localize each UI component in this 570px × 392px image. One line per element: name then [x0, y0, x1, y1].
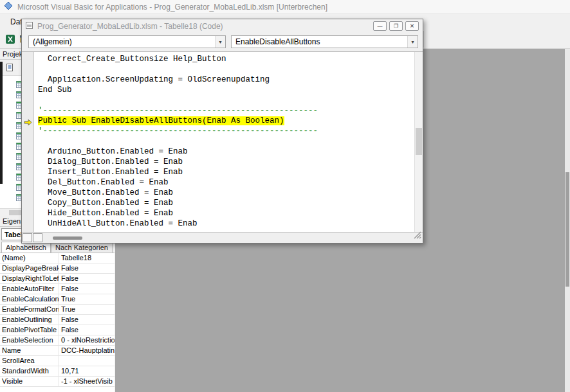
- main-vertical-scrollbar-thumb[interactable]: [565, 172, 569, 287]
- property-row[interactable]: (Name)Tabelle18: [0, 253, 115, 263]
- code-line-current-statement: Public Sub EnableDisableAllButtons(Enab …: [38, 116, 414, 126]
- code-editor[interactable]: Correct_Create_Buttonsize Help_Button Ap…: [35, 52, 414, 232]
- property-row[interactable]: EnableAutoFilterFalse: [0, 284, 115, 294]
- app-icon: [4, 1, 13, 13]
- code-line: Correct_Create_Buttonsize Help_Button: [38, 54, 414, 64]
- restore-icon[interactable]: ❐: [389, 21, 403, 31]
- procedure-dropdown[interactable]: EnableDisableAllButtons ▾: [231, 35, 418, 48]
- code-line: Copy_Button.Enabled = Enab: [38, 198, 414, 208]
- view-code-icon[interactable]: [3, 61, 16, 73]
- chevron-down-icon[interactable]: ▾: [407, 36, 418, 48]
- code-line-comment: '---------------------------------------…: [38, 126, 414, 136]
- code-window-selector-bar: (Allgemein) ▾ EnableDisableAllButtons ▾: [22, 33, 423, 51]
- code-window-title: Prog_Generator_MobaLedLib.xlsm - Tabelle…: [37, 22, 223, 31]
- property-row[interactable]: EnablePivotTableFalse: [0, 325, 115, 335]
- code-line: [38, 95, 414, 105]
- close-icon[interactable]: ×: [405, 21, 419, 31]
- view-microsoft-excel-icon[interactable]: [3, 31, 17, 46]
- code-window-titlebar[interactable]: Prog_Generator_MobaLedLib.xlsm - Tabelle…: [22, 19, 423, 33]
- code-line: Application.ScreenUpdating = OldScreenup…: [38, 75, 414, 85]
- code-line: Move_Button.Enabled = Enab: [38, 188, 414, 198]
- chevron-down-icon[interactable]: ▾: [215, 36, 225, 48]
- full-module-view-button[interactable]: [33, 233, 42, 242]
- code-line: Dialog_Button.Enabled = Enab: [38, 157, 414, 167]
- property-row[interactable]: EnableFormatConTrue: [0, 305, 115, 315]
- code-line: Hide_Button.Enabled = Enab: [38, 208, 414, 218]
- code-window: Prog_Generator_MobaLedLib.xlsm - Tabelle…: [21, 19, 423, 244]
- code-line: Insert_Button.Enabled = Enab: [38, 167, 414, 177]
- code-window-controls: — ❐ ×: [373, 21, 419, 31]
- code-vertical-scrollbar-thumb[interactable]: [416, 128, 422, 155]
- code-line: End Sub: [38, 85, 414, 95]
- code-pane: Correct_Create_Buttonsize Help_Button Ap…: [22, 51, 423, 232]
- left-edge-strip: [0, 62, 3, 184]
- code-line: [38, 136, 414, 147]
- property-row[interactable]: NameDCC-Hauptplatin: [0, 346, 115, 356]
- code-horizontal-scrollbar[interactable]: [22, 232, 423, 243]
- window-title: Microsoft Visual Basic for Applications …: [17, 3, 327, 12]
- property-row[interactable]: ScrollArea: [0, 356, 115, 366]
- current-statement-arrow-icon: [24, 117, 32, 129]
- code-line: Del_Button.Enabled = Enab: [38, 177, 414, 188]
- object-dropdown[interactable]: (Allgemein) ▾: [28, 35, 226, 48]
- code-vertical-scrollbar[interactable]: [414, 52, 423, 232]
- property-row[interactable]: Visible-1 - xlSheetVisib: [0, 377, 115, 387]
- code-line-comment: '---------------------------------------…: [38, 105, 414, 116]
- titlebar: Microsoft Visual Basic for Applications …: [0, 0, 570, 14]
- code-line: UnHideAll_Button.Enabled = Enab: [38, 218, 414, 229]
- code-line: [38, 64, 414, 75]
- main-vertical-scrollbar[interactable]: [565, 49, 570, 392]
- property-row[interactable]: EnableCalculationTrue: [0, 294, 115, 305]
- properties-grid: (Name)Tabelle18 DisplayPageBreakFalse Di…: [0, 253, 115, 392]
- code-window-icon: [25, 21, 33, 32]
- code-horizontal-scrollbar-thumb[interactable]: [53, 236, 82, 240]
- vba-main-window: Microsoft Visual Basic for Applications …: [0, 0, 570, 392]
- minimize-icon[interactable]: —: [373, 21, 387, 31]
- property-row[interactable]: DisplayRightToLefFalse: [0, 274, 115, 284]
- resize-grip-icon[interactable]: [412, 230, 422, 242]
- property-row[interactable]: EnableOutliningFalse: [0, 315, 115, 325]
- property-row[interactable]: StandardWidth10,71: [0, 366, 115, 377]
- margin-indicator-bar[interactable]: [22, 52, 34, 232]
- code-line: Arduino_Button.Enabled = Enab: [38, 147, 414, 157]
- property-row[interactable]: EnableSelection0 - xlNoRestrictio: [0, 335, 115, 346]
- procedure-view-button[interactable]: [23, 233, 32, 242]
- property-row[interactable]: DisplayPageBreakFalse: [0, 263, 115, 274]
